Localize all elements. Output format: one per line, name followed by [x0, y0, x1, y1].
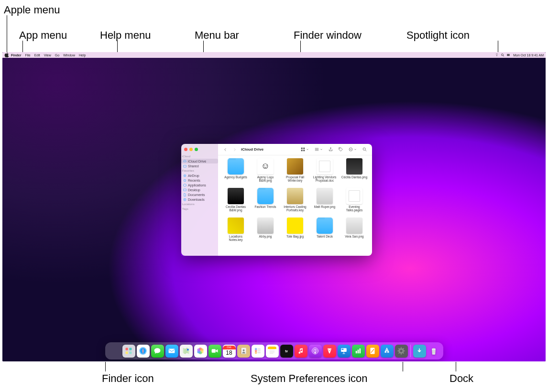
dock-mail-icon[interactable] — [165, 345, 178, 358]
file-label: Agency Budgets — [224, 175, 247, 179]
dock-sysprefs-icon[interactable] — [395, 345, 408, 358]
group-button[interactable] — [313, 147, 324, 152]
apple-menu-icon[interactable] — [4, 52, 9, 58]
menu-edit[interactable]: Edit — [33, 54, 42, 57]
dock-contacts-icon[interactable] — [237, 345, 250, 358]
file-item[interactable]: Fashion Trends — [252, 188, 279, 217]
svg-line-20 — [365, 150, 366, 151]
finder-title: iCloud Drive — [241, 147, 263, 152]
sidebar-item-documents[interactable]: Documents — [181, 192, 218, 197]
dock-notes-icon[interactable] — [266, 345, 279, 358]
sidebar-section-icloud: iCloud — [181, 154, 218, 159]
dock-keynote-icon[interactable] — [338, 345, 351, 358]
dock-numbers-icon[interactable] — [352, 345, 365, 358]
sidebar-item-airdrop[interactable]: AirDrop — [181, 173, 218, 178]
file-icon — [346, 158, 362, 174]
sidebar-item-applications[interactable]: Applications — [181, 183, 218, 187]
menu-help[interactable]: Help — [77, 54, 88, 57]
callout-finder-icon: Finder icon — [102, 372, 154, 385]
minimize-button[interactable] — [189, 148, 193, 151]
svg-point-0 — [502, 54, 504, 56]
close-button[interactable] — [184, 148, 187, 151]
svg-rect-28 — [129, 351, 132, 354]
spotlight-icon[interactable] — [500, 53, 505, 57]
file-icon — [228, 218, 244, 234]
file-item[interactable]: Tote Bag.jpg — [281, 218, 309, 246]
file-icon — [257, 188, 274, 204]
file-icon — [257, 218, 274, 234]
dock-podcasts-icon[interactable] — [309, 345, 322, 358]
svg-rect-42 — [212, 349, 216, 353]
action-button[interactable] — [347, 147, 358, 152]
search-button[interactable] — [361, 147, 368, 152]
svg-rect-27 — [126, 351, 128, 354]
menu-view[interactable]: View — [42, 54, 53, 57]
file-label: Proposal Fall Winter.key — [281, 175, 309, 182]
dock-tv-icon[interactable]: tv — [280, 345, 293, 358]
menu-window[interactable]: Window — [61, 54, 77, 57]
file-item[interactable]: Proposal Fall Winter.key — [281, 158, 309, 187]
dock-pages-icon[interactable] — [366, 345, 379, 358]
sidebar-item-recents[interactable]: Recents — [181, 178, 218, 183]
file-item[interactable]: Matt Roper.png — [311, 188, 339, 217]
file-icon — [346, 188, 362, 204]
svg-point-41 — [197, 348, 200, 351]
wifi-icon[interactable] — [494, 53, 500, 57]
sidebar-item-shared[interactable]: Shared — [181, 163, 218, 168]
dock-launchpad-icon[interactable] — [122, 345, 135, 358]
file-item[interactable]: Locations Notes.key — [222, 218, 250, 246]
dock-photos-icon[interactable] — [194, 345, 207, 358]
tags-button[interactable] — [337, 147, 344, 152]
fullscreen-button[interactable] — [195, 148, 198, 151]
file-item[interactable]: Vera San.png — [340, 218, 368, 246]
app-menu[interactable]: Finder — [9, 54, 23, 57]
dock-appstore-icon[interactable] — [381, 345, 394, 358]
file-label: Cecilia Dantas.png — [341, 175, 368, 179]
forward-button[interactable] — [231, 147, 238, 152]
file-item[interactable]: Abby.png — [252, 218, 279, 246]
back-button[interactable] — [222, 147, 229, 152]
share-button[interactable] — [327, 147, 334, 152]
dock-news-icon[interactable] — [323, 345, 336, 358]
dock-maps-icon[interactable] — [180, 345, 193, 358]
window-controls — [181, 147, 218, 154]
svg-rect-4 — [184, 165, 186, 167]
file-label: Ageny Logo B&W.png — [252, 175, 279, 182]
file-icon — [287, 188, 303, 204]
svg-rect-8 — [184, 189, 186, 191]
file-item[interactable]: Cecilia Dantas B&W.png — [222, 188, 250, 217]
dock-calendar-icon[interactable]: Oct18 — [223, 345, 236, 358]
file-item[interactable]: Talent Deck — [311, 218, 339, 246]
sidebar-item-icloud-drive[interactable]: iCloud Drive — [181, 159, 218, 163]
menu-file[interactable]: File — [23, 54, 32, 57]
file-item[interactable]: Interiors Casting Portraits.key — [281, 188, 309, 217]
file-item[interactable]: Lighting Vendors Proposal.doc — [311, 158, 339, 187]
dock-facetime-icon[interactable] — [208, 345, 221, 358]
svg-text:tv: tv — [285, 349, 288, 353]
file-item[interactable]: Evening Talks.pages — [340, 188, 368, 217]
sidebar-item-desktop[interactable]: Desktop — [181, 187, 218, 192]
svg-point-62 — [315, 349, 316, 351]
dock: Oct18tv — [105, 342, 443, 359]
menubar-clock[interactable]: Mon Oct 18 9:41 AM — [511, 54, 544, 57]
svg-rect-12 — [301, 150, 303, 151]
file-label: Tote Bag.jpg — [286, 235, 304, 238]
callout-sysprefs-icon: System Preferences icon — [251, 372, 368, 385]
dock-trash-icon[interactable] — [427, 345, 440, 358]
file-item[interactable]: Cecilia Dantas.png — [340, 158, 368, 187]
callout-app-menu: App menu — [19, 29, 67, 42]
control-center-icon[interactable] — [505, 53, 511, 57]
svg-rect-3 — [507, 55, 510, 56]
dock-music-icon[interactable] — [295, 345, 307, 358]
dock-reminders-icon[interactable] — [252, 345, 264, 358]
file-item[interactable]: Agency Budgets — [222, 158, 250, 187]
menu-go[interactable]: Go — [53, 54, 61, 57]
file-item[interactable]: Ageny Logo B&W.png — [252, 158, 279, 187]
sidebar-item-downloads[interactable]: Downloads — [181, 197, 218, 202]
dock-safari-icon[interactable] — [137, 345, 150, 358]
dock-downloads-icon[interactable] — [413, 345, 426, 358]
view-icons-button[interactable] — [299, 147, 310, 152]
finder-window: iCloudiCloud DriveSharedFavoritesAirDrop… — [181, 144, 372, 256]
dock-messages-icon[interactable] — [151, 345, 164, 358]
svg-rect-2 — [507, 54, 510, 55]
